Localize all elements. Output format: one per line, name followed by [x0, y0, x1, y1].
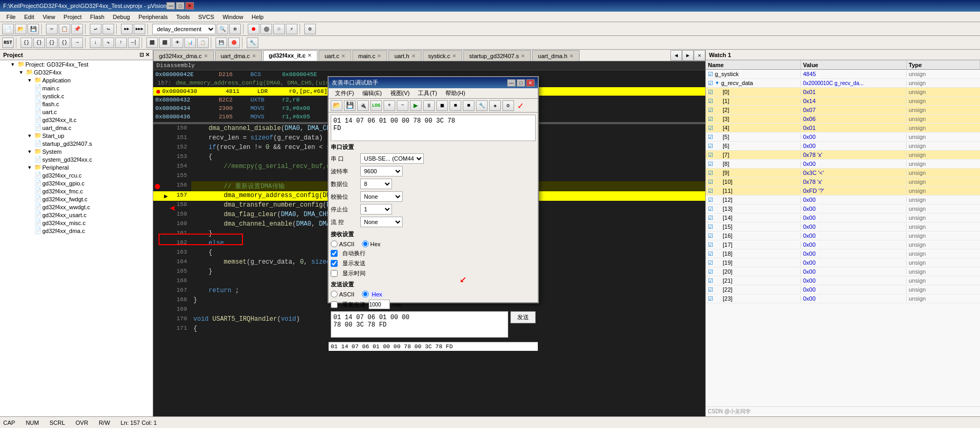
tb-locals[interactable]: 📋 — [197, 38, 209, 48]
serial-parity-select[interactable]: None — [360, 191, 403, 202]
tree-flash-c[interactable]: 📄 flash.c — [0, 100, 153, 108]
repeat-interval-input[interactable] — [369, 300, 390, 309]
tree-application[interactable]: ▼ 📁 Application — [0, 76, 153, 84]
tab-close-icon[interactable]: ✕ — [252, 53, 256, 59]
tab-scroll-right[interactable]: ▶ — [682, 50, 694, 61]
target-dropdown[interactable]: delay_decrement — [152, 24, 216, 34]
tab-systick[interactable]: systick.c ✕ — [423, 50, 463, 61]
serial-send-button[interactable]: 发送 — [510, 311, 536, 323]
serial-menu-view[interactable]: 视图(V) — [386, 88, 414, 98]
tb-save[interactable]: 💾 — [27, 24, 39, 34]
tab-close-icon[interactable]: ✕ — [377, 53, 381, 59]
tab-uarth[interactable]: uart.h ✕ — [388, 50, 421, 61]
tb-braces2[interactable]: {} — [33, 38, 45, 48]
tb-rst[interactable]: RST — [2, 38, 14, 48]
send-ascii-radio[interactable] — [331, 291, 338, 297]
bp-area[interactable] — [153, 124, 162, 134]
menu-view[interactable]: View — [39, 13, 60, 21]
serial-send-box[interactable]: 01 14 07 06 01 00 0078 00 3C 78 FD — [331, 311, 508, 338]
expand-icon[interactable]: ▼ — [715, 80, 720, 86]
serial-tb-view2[interactable]: ■ — [463, 100, 474, 111]
bp-area[interactable] — [153, 286, 162, 296]
tree-misc-c[interactable]: 📄 gd32f4xx_misc.c — [0, 219, 153, 227]
minimize-button[interactable]: — — [166, 2, 175, 10]
tb-build-all[interactable]: ▶▶▶ — [134, 24, 145, 34]
recv-ascii-radio[interactable] — [331, 240, 338, 247]
serial-tb-connect[interactable]: 🔌 — [357, 100, 369, 111]
serial-menu-help[interactable]: 帮助(H) — [441, 88, 469, 98]
tree-system-c[interactable]: 📄 system_gd32f4xx.c — [0, 155, 153, 163]
tab-close-icon[interactable]: ✕ — [307, 53, 312, 58]
tb-debug-mode[interactable]: ⊘ — [273, 24, 285, 34]
serial-receive-box[interactable]: 01 14 07 06 01 00 00 78 00 3C 78FD — [331, 115, 536, 141]
serial-maximize-btn[interactable]: □ — [517, 79, 525, 87]
serial-close-btn[interactable]: ✕ — [526, 79, 535, 87]
tb-braces1[interactable]: {} — [21, 38, 32, 48]
tree-usart-c[interactable]: 📄 gd32f4xx_usart.c — [0, 211, 153, 219]
serial-tb-pause[interactable]: ⏸ — [423, 100, 435, 111]
tb-wrench[interactable]: 🔧 — [247, 38, 258, 48]
send-hex-radio[interactable] — [362, 291, 369, 297]
tb-step-into[interactable]: ↓ — [90, 38, 101, 48]
tab-close-all[interactable]: ✕ — [694, 50, 705, 61]
bp-area[interactable] — [153, 324, 162, 334]
tree-project-root[interactable]: ▼ 📁 Project: GD32F4xx_Test — [0, 60, 153, 68]
tab-close-icon[interactable]: ✕ — [452, 53, 456, 59]
menu-edit[interactable]: Edit — [20, 13, 39, 21]
bp-area[interactable] — [153, 258, 162, 267]
auto-exec-checkbox[interactable] — [331, 250, 338, 257]
tab-close-icon[interactable]: ✕ — [204, 53, 208, 59]
bp-area[interactable] — [153, 210, 162, 220]
tb-disasm1[interactable]: ⬛ — [146, 38, 158, 48]
menu-project[interactable]: Project — [59, 13, 86, 21]
tree-startup-s[interactable]: 📄 startup_gd32f407.s — [0, 139, 153, 147]
tree-wwdgt-c[interactable]: 📄 gd32f4xx_wwdgt.c — [0, 203, 153, 211]
tab-uartdma[interactable]: uart_dma.c ✕ — [215, 50, 262, 61]
tree-dma-c[interactable]: 📄 gd32f4xx_dma.c — [0, 227, 153, 235]
tb-bp-list[interactable]: 🔴 — [228, 38, 240, 48]
bp-area[interactable] — [153, 229, 162, 239]
tb-scope[interactable]: ⊕ — [229, 24, 241, 34]
serial-tb-play[interactable]: ▶ — [410, 100, 422, 111]
show-send-checkbox[interactable] — [331, 260, 338, 267]
close-button[interactable]: ✕ — [185, 2, 194, 10]
menu-peripherals[interactable]: Peripherals — [134, 13, 172, 21]
tb-step-out[interactable]: ↑ — [115, 38, 127, 48]
tree-uart-dma-c[interactable]: 📄 uart_dma.c — [0, 124, 153, 132]
tb-paste[interactable]: 📌 — [71, 24, 83, 34]
tree-gd32it-c[interactable]: 📄 gd32f4xx_it.c — [0, 116, 153, 124]
bp-area[interactable] — [153, 162, 162, 172]
menu-svcs[interactable]: SVCS — [194, 13, 218, 21]
tb-call-stack[interactable]: 📊 — [184, 38, 196, 48]
serial-tb-stop[interactable]: ⏹ — [436, 100, 448, 111]
serial-menu-file[interactable]: 文件(F) — [331, 88, 358, 98]
bp-area[interactable] — [153, 305, 162, 315]
bp-area[interactable] — [153, 315, 162, 324]
tb-open[interactable]: 📂 — [15, 24, 26, 34]
watch-table[interactable]: Name Value Type ☑ g_systick 4845 unsign … — [706, 60, 980, 406]
bp-area[interactable] — [153, 181, 162, 191]
bp-area[interactable] — [153, 172, 162, 181]
bp-area[interactable] — [153, 248, 162, 258]
menu-flash[interactable]: Flash — [86, 13, 109, 21]
serial-tb-add2[interactable]: ✚ — [489, 100, 501, 111]
serial-menu-edit[interactable]: 编辑(E) — [358, 88, 386, 98]
maximize-button[interactable]: □ — [176, 2, 184, 10]
serial-data-select[interactable]: 8 — [360, 179, 392, 189]
tree-rcu-c[interactable]: 📄 gd32f4xx_rcu.c — [0, 171, 153, 179]
menu-window[interactable]: Window — [218, 13, 247, 21]
bp-area[interactable] — [153, 277, 162, 286]
tb-copy[interactable]: 📋 — [59, 24, 70, 34]
bp-area[interactable] — [153, 153, 162, 162]
bp-area[interactable] — [153, 220, 162, 229]
menu-debug[interactable]: Debug — [109, 13, 134, 21]
tree-fwdgt-c[interactable]: 📄 gd32f4xx_fwdgt.c — [0, 195, 153, 203]
tb-run-to[interactable]: →| — [128, 38, 139, 48]
serial-tb-gear[interactable]: ⚙ — [502, 100, 514, 111]
tree-systick-c[interactable]: 📄 systick.c — [0, 92, 153, 100]
bp-area[interactable] — [153, 267, 162, 277]
tree-uart-c[interactable]: 📄 uart.c — [0, 108, 153, 116]
serial-tb-save[interactable]: 💾 — [344, 100, 356, 111]
tab-scroll-left[interactable]: ◀ — [670, 50, 682, 61]
bp-area[interactable] — [153, 239, 162, 248]
